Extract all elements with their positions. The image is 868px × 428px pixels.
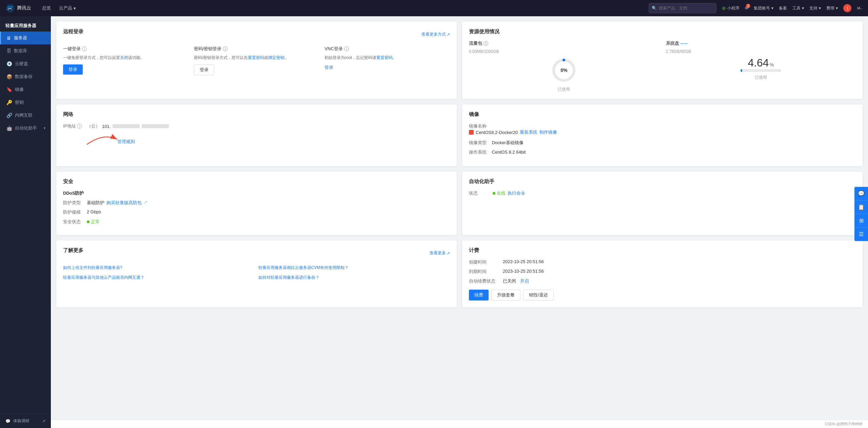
traffic-item: 流量包 i 0.00MB/1000GB 0% bbox=[469, 40, 659, 92]
main-content: 远程登录 查看更多方式 ↗ 一键登录 i 一键免密登录方式，您可以 bbox=[51, 16, 868, 428]
remote-login-header: 远程登录 查看更多方式 ↗ bbox=[63, 28, 450, 40]
nav-home[interactable]: 总览 bbox=[38, 5, 55, 11]
nav-cloud-products[interactable]: 云产品 ▾ bbox=[55, 5, 80, 11]
online-dot bbox=[493, 192, 495, 195]
renew-btn[interactable]: 续费 bbox=[469, 290, 489, 300]
traffic-info-icon[interactable]: i bbox=[484, 41, 488, 46]
sysdisk-bar-fill bbox=[741, 69, 743, 72]
sidebar-item-label: 镜像 bbox=[15, 86, 24, 93]
sysdisk-value: 4.64 bbox=[748, 57, 769, 69]
mirror-os-row: 操作系统 CentOS 8.2 64bit bbox=[469, 149, 856, 155]
vnc-reset-link[interactable]: 重置密码 bbox=[376, 55, 393, 60]
logo[interactable]: 腾讯云 bbox=[5, 3, 31, 13]
search-box[interactable]: 🔍 bbox=[649, 3, 716, 13]
robot-icon: 🤖 bbox=[6, 125, 12, 131]
learn-item-1[interactable]: 轻量应用服务器相比云服务器CVM有何使用限制？ bbox=[258, 265, 450, 271]
mail-badge: 2 bbox=[746, 4, 751, 8]
close-link[interactable]: 关闭 bbox=[120, 55, 128, 60]
vnc-login-link[interactable]: 登录 bbox=[324, 65, 333, 70]
doc-float-btn[interactable]: 📋 bbox=[854, 200, 868, 214]
fee-renew-value: 已关闭 开启 bbox=[503, 278, 529, 284]
onekey-login-method: 一键登录 i 一键免密登录方式，您可以设置关闭该功能。 登录 bbox=[63, 46, 189, 75]
feedback-icon: 💬 bbox=[5, 419, 11, 424]
create-mirror-link[interactable]: 制作镜像 bbox=[539, 129, 557, 135]
info-icon-vnc[interactable]: i bbox=[344, 46, 349, 51]
see-more-learn[interactable]: 查看更多 ↗ bbox=[430, 250, 450, 256]
learn-item-3[interactable]: 如何对轻量应用服务器进行备份？ bbox=[258, 274, 450, 281]
reset-password-link[interactable]: 重置密码 bbox=[248, 55, 264, 60]
record-btn[interactable]: 备案 bbox=[779, 5, 787, 11]
ip-masked-1 bbox=[113, 124, 140, 128]
chevron-down-icon: ▾ bbox=[836, 6, 838, 11]
security-type-value: 基础防护 购买轻量版高防包 ↗ bbox=[87, 200, 147, 206]
top-navigation: 腾讯云 总览 云产品 ▾ 🔍 ⊛ 小程序 ✉ 2 集团账号 ▾ 备案 工具 ▾ bbox=[0, 0, 868, 16]
security-type-row: 防护类型 基础防护 购买轻量版高防包 ↗ bbox=[63, 200, 450, 206]
reinstall-link[interactable]: 重装系统 bbox=[520, 129, 537, 135]
disk-icon: 💿 bbox=[6, 61, 12, 66]
upgrade-btn[interactable]: 升级套餐 bbox=[491, 290, 520, 300]
team-account-btn[interactable]: 集团账号 ▾ bbox=[754, 5, 773, 11]
sidebar-item-key[interactable]: 🔑 密钥 bbox=[0, 96, 51, 109]
sidebar-item-intranet[interactable]: 🔗 内网互联 bbox=[0, 109, 51, 122]
search-input[interactable] bbox=[659, 6, 713, 11]
sysdisk-display: 4.64 % bbox=[741, 57, 781, 72]
sysdisk-suffix: % bbox=[770, 62, 774, 67]
buy-ddos-link[interactable]: 购买轻量版高防包 ↗ bbox=[106, 200, 147, 206]
sidebar-item-clouddisk[interactable]: 💿 云硬盘 bbox=[0, 57, 51, 70]
automation-status-row: 状态 在线 执行命令 bbox=[469, 190, 856, 196]
onekey-login-btn[interactable]: 登录 bbox=[63, 64, 83, 75]
security-type-label: 防护类型 bbox=[63, 200, 87, 206]
menu-float-btn[interactable]: ☰ bbox=[854, 228, 868, 241]
sidebar-bottom-feedback[interactable]: 💬 体验调研 ↗ bbox=[0, 414, 51, 428]
sysdisk-bar bbox=[741, 69, 781, 72]
password-login-btn[interactable]: 登录 bbox=[194, 64, 214, 75]
sidebar-item-autoassist[interactable]: 🤖 自动化助手 ▾ bbox=[0, 122, 51, 135]
bind-key-link[interactable]: 绑定密钥 bbox=[268, 55, 284, 60]
fee-expired-value: 2023-10-25 20:51:56 bbox=[503, 269, 544, 275]
resource-grid: 流量包 i 0.00MB/1000GB 0% bbox=[469, 40, 856, 92]
cancel-btn[interactable]: 销毁/退还 bbox=[523, 290, 554, 300]
sidebar-item-server[interactable]: 🖥 服务器 bbox=[0, 32, 51, 44]
external-link-icon: ↗ bbox=[447, 251, 450, 256]
right-float-buttons: 💬 📋 ⊞ ☰ bbox=[854, 187, 868, 241]
traffic-label: 流量包 i bbox=[469, 40, 488, 46]
execute-command-link[interactable]: 执行命令 bbox=[508, 190, 525, 196]
mirror-os-value: CentOS 8.2 64bit bbox=[492, 150, 526, 155]
sidebar-item-database[interactable]: 🗄 数据库 bbox=[0, 44, 51, 57]
chat-float-btn[interactable]: 💬 bbox=[854, 187, 868, 200]
learn-item-2[interactable]: 轻量应用服务器与其他云产品能否内网互通？ bbox=[63, 274, 255, 281]
automation-status-value: 在线 执行命令 bbox=[493, 190, 525, 196]
sysdisk-link[interactable]: —— bbox=[680, 41, 688, 45]
see-more-login[interactable]: 查看更多方式 ↗ bbox=[421, 32, 450, 37]
resource-card: 资源使用情况 流量包 i 0.00MB/1000GB bbox=[462, 22, 863, 99]
mail-btn[interactable]: ✉ 2 bbox=[745, 6, 748, 11]
mirror-type-row: 镜像类型 Docker基础镜像 bbox=[469, 140, 856, 146]
enable-renew-link[interactable]: 开启 bbox=[520, 278, 529, 284]
security-rule-link[interactable]: 管理规则 bbox=[117, 139, 135, 145]
automation-status-label: 状态 bbox=[469, 190, 493, 196]
tools-btn[interactable]: 工具 ▾ bbox=[792, 5, 804, 11]
support-btn[interactable]: 支持 ▾ bbox=[809, 5, 821, 11]
sidebar-item-mirror[interactable]: 🔖 镜像 bbox=[0, 83, 51, 96]
mirror-name-label: 镜像名称 bbox=[469, 123, 493, 129]
ip-info-icon[interactable]: i bbox=[77, 124, 82, 129]
sidebar-item-databackup[interactable]: 📦 数据备份 bbox=[0, 70, 51, 83]
learn-item-0[interactable]: 如何上传文件到轻量应用服务器? bbox=[63, 265, 255, 271]
mirror-title: 镜像 bbox=[469, 111, 856, 118]
user-avatar[interactable]: 1 bbox=[843, 4, 851, 12]
info-icon-pass[interactable]: i bbox=[223, 46, 228, 51]
mini-program-btn[interactable]: ⊛ 小程序 bbox=[722, 5, 739, 11]
table-float-btn[interactable]: ⊞ bbox=[854, 214, 868, 228]
network-icon: 🔗 bbox=[6, 113, 12, 118]
billing-btn[interactable]: 费用 ▾ bbox=[826, 5, 838, 11]
ddos-title: DDoS防护 bbox=[63, 190, 450, 196]
traffic-sub: 0.00MB/1000GB bbox=[469, 49, 499, 54]
fee-renew-label: 自动续费状态 bbox=[469, 278, 503, 284]
chevron-down-icon: ▾ bbox=[771, 6, 773, 11]
ip-value: （公） 101. bbox=[87, 123, 169, 129]
info-icon[interactable]: i bbox=[82, 46, 87, 51]
learn-more-card: 了解更多 查看更多 ↗ 如何上传文件到轻量应用服务器? 轻量应用服务器相比云服务… bbox=[56, 240, 457, 307]
mirror-name-value-container: CentOS8.2-Docker20 重装系统 制作镜像 bbox=[469, 129, 557, 135]
traffic-percent: 0% bbox=[560, 67, 567, 73]
fee-card: 计费 创建时间 2022-10-25 20:51:56 到期时间 2023-10… bbox=[462, 240, 863, 307]
